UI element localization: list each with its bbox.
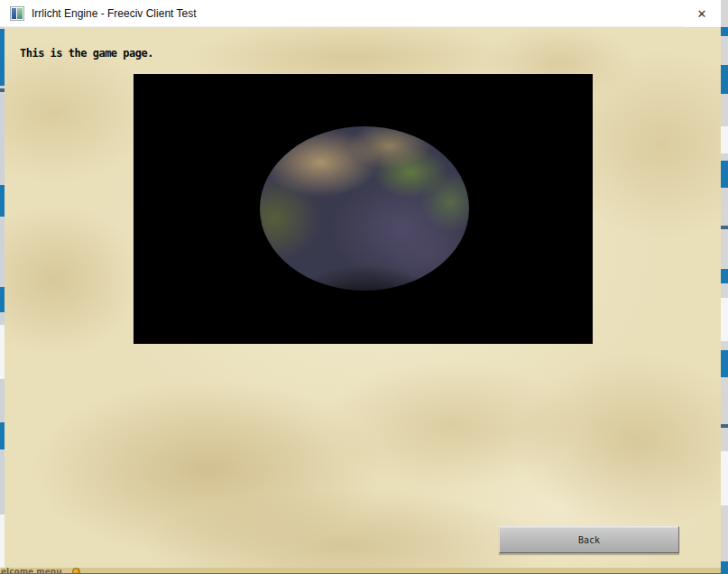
back-button-label: Back — [578, 535, 600, 545]
right-sliver-fragment — [721, 350, 728, 377]
left-sliver-fragment — [0, 422, 5, 449]
game-page: This is the game page. Back — [0, 27, 721, 569]
earth-globe — [260, 126, 469, 291]
left-sliver-fragment — [0, 287, 5, 312]
left-sliver-scrollbar — [0, 29, 5, 86]
window-title: Irrlicht Engine - Freeciv Client Test — [32, 7, 197, 20]
render-viewport[interactable] — [134, 74, 593, 344]
coin-icon — [72, 568, 80, 574]
right-sliver-fragment — [721, 161, 728, 188]
left-sliver-fragment — [0, 88, 5, 92]
right-sliver-fragment — [721, 269, 728, 283]
background-window-left-sliver — [0, 27, 5, 574]
screenshot-root: Irrlicht Engine - Freeciv Client Test ✕ … — [0, 0, 728, 574]
right-sliver-fragment — [721, 561, 728, 574]
left-sliver-fragment — [0, 514, 5, 574]
app-icon-left-pane — [12, 8, 16, 19]
right-sliver-fragment — [721, 451, 728, 505]
app-window: Irrlicht Engine - Freeciv Client Test ✕ … — [0, 0, 721, 569]
irrlicht-app-icon — [10, 6, 24, 21]
back-button[interactable]: Back — [499, 526, 679, 553]
page-heading: This is the game page. — [20, 47, 153, 60]
right-sliver-fragment — [721, 226, 728, 229]
background-window-right-sliver — [721, 0, 728, 574]
right-sliver-fragment — [721, 298, 728, 341]
background-window-bottom-sliver: elcome menu — [0, 568, 721, 574]
left-sliver-fragment — [0, 325, 5, 379]
close-button[interactable]: ✕ — [683, 0, 721, 27]
app-icon-right-pane — [17, 8, 23, 19]
right-sliver-fragment — [721, 65, 728, 94]
right-sliver-fragment — [721, 126, 728, 153]
titlebar: Irrlicht Engine - Freeciv Client Test ✕ — [0, 0, 721, 27]
close-icon: ✕ — [697, 8, 707, 20]
right-sliver-fragment — [721, 424, 728, 428]
welcome-menu-text: elcome menu — [1, 568, 62, 574]
right-sliver-fragment — [721, 27, 728, 36]
left-sliver-fragment — [0, 185, 5, 217]
